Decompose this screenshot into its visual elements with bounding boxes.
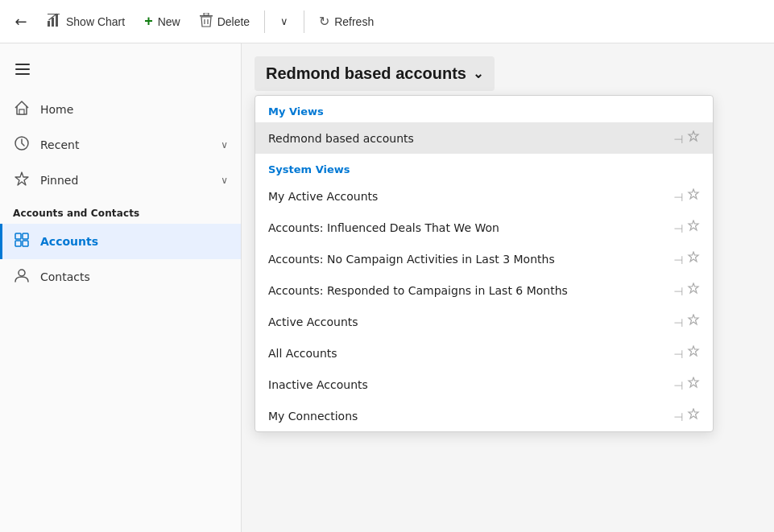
svg-point-14 — [19, 270, 25, 276]
dropdown-arrow-button[interactable]: ∨ — [271, 9, 297, 35]
sidebar-item-recent-label: Recent — [40, 138, 211, 151]
hamburger-line-1 — [15, 64, 30, 65]
sidebar-item-accounts[interactable]: Accounts — [0, 224, 241, 259]
sidebar-item-contacts-label: Contacts — [40, 270, 228, 283]
svg-rect-10 — [15, 233, 21, 239]
dropdown-item-active-accounts-label: Active Accounts — [268, 315, 673, 328]
dropdown-item-inactive-accounts-label: Inactive Accounts — [268, 378, 673, 391]
back-icon: ← — [14, 13, 27, 30]
svg-rect-13 — [23, 241, 28, 246]
dropdown-item-all-accounts[interactable]: All Accounts — [255, 337, 713, 369]
dropdown-arrow-icon: ∨ — [280, 15, 288, 27]
svg-rect-12 — [15, 241, 21, 246]
dropdown-item-influenced-deals[interactable]: Accounts: Influenced Deals That We Won — [255, 212, 713, 243]
view-dropdown: My Views Redmond based accounts System V… — [255, 95, 714, 432]
pin-inactive-accounts-icon[interactable] — [673, 377, 700, 392]
hamburger-menu-button[interactable] — [6, 53, 39, 85]
contacts-icon — [13, 267, 31, 287]
show-chart-label: Show Chart — [66, 15, 125, 28]
accounts-icon — [13, 232, 31, 251]
show-chart-button[interactable]: Show Chart — [39, 8, 133, 35]
system-views-section-label: System Views — [255, 154, 713, 180]
dropdown-item-redmond-based[interactable]: Redmond based accounts — [255, 122, 713, 154]
pinned-icon — [13, 171, 31, 190]
dropdown-item-influenced-deals-label: Accounts: Influenced Deals That We Won — [268, 221, 673, 234]
dropdown-item-responded-campaigns-label: Accounts: Responded to Campaigns in Last… — [268, 284, 673, 297]
toolbar-divider-2 — [304, 10, 304, 33]
view-title-button[interactable]: Redmond based accounts ⌄ — [255, 56, 495, 91]
dropdown-item-responded-campaigns[interactable]: Accounts: Responded to Campaigns in Last… — [255, 274, 713, 306]
sidebar-item-home-label: Home — [40, 103, 228, 116]
dropdown-item-redmond-based-label: Redmond based accounts — [268, 132, 673, 145]
svg-rect-0 — [48, 21, 50, 27]
dropdown-item-no-campaign[interactable]: Accounts: No Campaign Activities in Last… — [255, 243, 713, 274]
content-panel: Redmond based accounts ⌄ My Views Redmon… — [242, 43, 774, 532]
pin-all-accounts-icon[interactable] — [673, 345, 700, 361]
dropdown-item-all-accounts-label: All Accounts — [268, 347, 673, 360]
dropdown-item-my-active[interactable]: My Active Accounts — [255, 180, 713, 212]
my-views-section-label: My Views — [255, 96, 713, 122]
refresh-button[interactable]: ↻ Refresh — [311, 9, 382, 34]
view-title-arrow-icon: ⌄ — [473, 66, 483, 81]
new-button[interactable]: + New — [136, 8, 188, 35]
home-icon — [13, 100, 31, 119]
sidebar-item-recent[interactable]: Recent ∨ — [0, 127, 241, 163]
sidebar-item-pinned[interactable]: Pinned ∨ — [0, 163, 241, 198]
recent-chevron-icon: ∨ — [221, 139, 228, 151]
hamburger-line-2 — [15, 68, 30, 70]
dropdown-item-my-connections-label: My Connections — [268, 410, 673, 423]
back-button[interactable]: ← — [6, 7, 35, 36]
show-chart-icon — [47, 13, 61, 31]
pin-responded-campaigns-icon[interactable] — [673, 282, 700, 298]
pin-my-active-icon[interactable] — [673, 188, 700, 204]
new-icon: + — [144, 13, 153, 30]
svg-rect-11 — [23, 233, 28, 239]
pin-my-connections-icon[interactable] — [673, 408, 700, 423]
main-area: Home Recent ∨ Pinned ∨ Accounts — [0, 43, 774, 532]
refresh-icon: ↻ — [319, 14, 329, 29]
delete-icon — [200, 13, 213, 31]
sidebar-item-contacts[interactable]: Contacts — [0, 259, 241, 295]
dropdown-item-my-active-label: My Active Accounts — [268, 190, 673, 203]
svg-rect-5 — [204, 13, 209, 15]
sidebar: Home Recent ∨ Pinned ∨ Accounts — [0, 43, 242, 532]
svg-rect-1 — [52, 18, 54, 27]
recent-icon — [13, 135, 31, 155]
sidebar-section-label: Accounts and Contacts — [0, 198, 241, 224]
pin-active-accounts-icon[interactable] — [673, 314, 700, 329]
dropdown-item-active-accounts[interactable]: Active Accounts — [255, 306, 713, 337]
pin-influenced-deals-icon[interactable] — [673, 220, 700, 235]
dropdown-item-my-connections[interactable]: My Connections — [255, 400, 713, 431]
refresh-label: Refresh — [334, 15, 374, 28]
hamburger-line-3 — [15, 73, 30, 75]
toolbar: ← Show Chart + New Delete — [0, 0, 774, 43]
sidebar-item-home[interactable]: Home — [0, 92, 241, 127]
sidebar-item-pinned-label: Pinned — [40, 174, 211, 187]
dropdown-item-inactive-accounts[interactable]: Inactive Accounts — [255, 369, 713, 400]
view-title-text: Redmond based accounts — [266, 64, 466, 83]
svg-rect-3 — [48, 14, 60, 14]
pin-redmond-based-icon[interactable] — [673, 130, 700, 146]
svg-rect-2 — [56, 14, 58, 27]
svg-rect-8 — [19, 109, 24, 114]
delete-label: Delete — [217, 15, 250, 28]
pinned-chevron-icon: ∨ — [221, 175, 228, 186]
sidebar-item-accounts-label: Accounts — [40, 235, 228, 248]
view-header: Redmond based accounts ⌄ — [242, 43, 774, 101]
new-label: New — [158, 15, 180, 28]
toolbar-divider — [264, 10, 265, 33]
dropdown-item-no-campaign-label: Accounts: No Campaign Activities in Last… — [268, 253, 673, 266]
pin-no-campaign-icon[interactable] — [673, 251, 700, 266]
delete-button[interactable]: Delete — [192, 8, 258, 35]
